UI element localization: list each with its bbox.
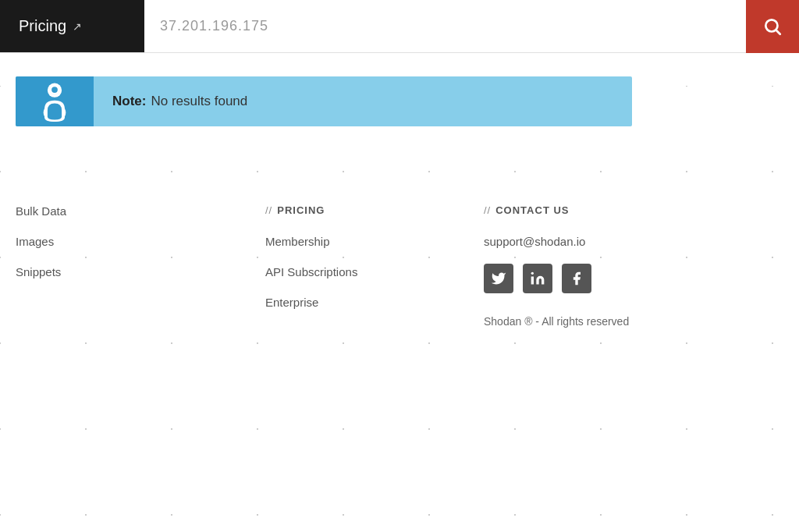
search-button[interactable] — [746, 0, 799, 53]
contact-heading-text: CONTACT US — [495, 204, 569, 216]
footer-link-images[interactable]: Images — [16, 235, 234, 248]
brand-label: Pricing — [19, 17, 66, 35]
twitter-icon — [491, 271, 506, 286]
notice-text: Note: No results found — [94, 76, 266, 126]
twitter-link[interactable] — [484, 264, 513, 293]
linkedin-link[interactable] — [523, 264, 552, 293]
svg-line-1 — [776, 30, 780, 34]
external-link-icon: ↗ — [73, 20, 82, 33]
notice-message: No results found — [151, 94, 247, 109]
footer-email[interactable]: support@shodan.io — [484, 235, 768, 248]
main-content: Note: No results found — [0, 53, 799, 126]
footer-link-membership[interactable]: Membership — [265, 235, 453, 248]
search-input[interactable] — [160, 18, 730, 34]
footer: Bulk Data Images Snippets //PRICING Memb… — [0, 158, 799, 359]
social-icons — [484, 264, 768, 293]
footer-col-misc: Bulk Data Images Snippets — [16, 204, 250, 328]
footer-link-enterprise[interactable]: Enterprise — [265, 296, 453, 309]
facebook-icon — [569, 271, 584, 286]
pricing-heading-text: PRICING — [277, 204, 325, 216]
notice-label: Note: — [112, 94, 146, 109]
notice-icon-area — [16, 76, 94, 126]
footer-col-contact: //CONTACT US support@shodan.io — [468, 204, 783, 328]
footer-heading-contact: //CONTACT US — [484, 204, 768, 216]
footer-link-snippets[interactable]: Snippets — [16, 265, 234, 278]
search-bar — [144, 0, 746, 52]
footer-link-bulk-data[interactable]: Bulk Data — [16, 204, 234, 218]
copyright-text: Shodan ® - All rights reserved — [484, 315, 768, 328]
footer-col-pricing: //PRICING Membership API Subscriptions E… — [250, 204, 468, 328]
notice-box: Note: No results found — [16, 76, 632, 126]
pricing-slashes: // — [265, 204, 272, 216]
contact-slashes: // — [484, 204, 491, 216]
svg-point-9 — [51, 87, 58, 93]
svg-point-10 — [531, 272, 534, 275]
footer-heading-pricing: //PRICING — [265, 204, 453, 216]
info-person-icon — [34, 81, 75, 122]
brand-logo[interactable]: Pricing ↗ — [0, 0, 144, 52]
linkedin-icon — [530, 271, 545, 286]
footer-link-api-subscriptions[interactable]: API Subscriptions — [265, 265, 453, 278]
facebook-link[interactable] — [562, 264, 591, 293]
header: Pricing ↗ — [0, 0, 799, 53]
search-icon — [762, 16, 783, 37]
